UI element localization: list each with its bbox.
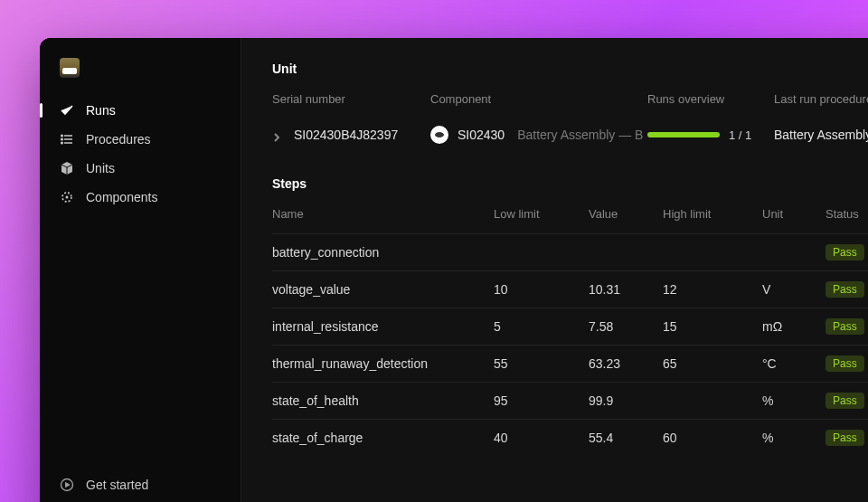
step-unit: % bbox=[762, 431, 826, 445]
col-header-last: Last run procedure bbox=[774, 92, 868, 106]
component-code: SI02430 bbox=[458, 128, 505, 142]
col-header-status: Status bbox=[826, 207, 868, 221]
col-header-high: High limit bbox=[663, 207, 762, 221]
col-header-runs: Runs overview bbox=[647, 92, 774, 106]
col-header-name: Name bbox=[272, 207, 494, 221]
runs-progress-bar bbox=[647, 132, 720, 137]
sidebar-item-units[interactable]: Units bbox=[40, 154, 241, 183]
status-badge: Pass bbox=[826, 355, 864, 372]
app-logo bbox=[60, 58, 80, 78]
step-status: Pass bbox=[826, 393, 868, 409]
check-icon bbox=[60, 103, 74, 118]
step-value: 55.4 bbox=[589, 431, 663, 445]
status-badge: Pass bbox=[826, 393, 864, 409]
step-status: Pass bbox=[826, 318, 868, 335]
status-badge: Pass bbox=[826, 281, 864, 298]
step-name: battery_connection bbox=[272, 245, 494, 260]
step-unit: °C bbox=[762, 356, 826, 371]
component-badge-icon bbox=[430, 126, 448, 144]
sidebar: Runs Procedures Units Components bbox=[40, 38, 241, 502]
status-badge: Pass bbox=[826, 244, 864, 260]
runs-count: 1 / 1 bbox=[729, 128, 751, 142]
step-row[interactable]: voltage_value1010.3112VPass bbox=[272, 270, 868, 308]
sidebar-item-label: Components bbox=[86, 190, 157, 204]
unit-section-title: Unit bbox=[272, 62, 868, 76]
sidebar-item-label: Units bbox=[86, 161, 115, 175]
step-high: 65 bbox=[663, 356, 762, 371]
step-row[interactable]: internal_resistance57.5815mΩPass bbox=[272, 308, 868, 345]
cube-icon bbox=[60, 161, 74, 175]
steps-table-body: battery_connectionPassvoltage_value1010.… bbox=[272, 233, 868, 456]
unit-table-row[interactable]: SI02430B4J82397 SI02430 Battery Assembly… bbox=[272, 126, 868, 144]
svg-marker-11 bbox=[66, 483, 71, 488]
sidebar-item-runs[interactable]: Runs bbox=[40, 96, 241, 125]
step-low: 5 bbox=[494, 319, 589, 334]
steps-section-title: Steps bbox=[272, 176, 868, 191]
svg-point-15 bbox=[435, 132, 444, 137]
step-high: 60 bbox=[663, 431, 762, 445]
step-row[interactable]: state_of_health9599.9%Pass bbox=[272, 382, 868, 419]
step-low: 95 bbox=[494, 393, 589, 408]
step-row[interactable]: thermal_runaway_detection5563.2365°CPass bbox=[272, 345, 868, 382]
svg-point-3 bbox=[61, 135, 63, 137]
list-icon bbox=[60, 132, 74, 147]
svg-point-4 bbox=[61, 138, 63, 140]
sidebar-item-label: Runs bbox=[86, 103, 116, 118]
step-name: thermal_runaway_detection bbox=[272, 356, 494, 371]
step-value: 99.9 bbox=[589, 393, 663, 408]
runs-cell: 1 / 1 bbox=[647, 128, 774, 142]
serial-cell: SI02430B4J82397 bbox=[272, 128, 430, 142]
sidebar-item-procedures[interactable]: Procedures bbox=[40, 125, 241, 154]
step-unit: mΩ bbox=[762, 319, 826, 334]
sidebar-item-label: Procedures bbox=[86, 132, 151, 147]
unit-table-header: Serial number Component Runs overview La… bbox=[272, 92, 868, 106]
step-value: 10.31 bbox=[589, 282, 663, 297]
step-unit: % bbox=[762, 393, 826, 408]
step-high: 15 bbox=[663, 319, 762, 334]
play-circle-icon bbox=[60, 478, 74, 492]
main-content: Unit Serial number Component Runs overvi… bbox=[241, 38, 868, 502]
svg-point-5 bbox=[61, 142, 63, 144]
component-desc: Battery Assembly — B bbox=[517, 128, 643, 142]
step-name: state_of_health bbox=[272, 393, 494, 408]
sidebar-get-started[interactable]: Get started bbox=[40, 470, 241, 499]
status-badge: Pass bbox=[826, 318, 864, 335]
step-value: 7.58 bbox=[589, 319, 663, 334]
step-name: internal_resistance bbox=[272, 319, 494, 334]
step-row[interactable]: state_of_charge4055.460%Pass bbox=[272, 419, 868, 456]
svg-point-9 bbox=[66, 196, 69, 199]
col-header-component: Component bbox=[430, 92, 647, 106]
col-header-value: Value bbox=[589, 207, 663, 221]
col-header-serial: Serial number bbox=[272, 92, 430, 106]
step-low: 10 bbox=[494, 282, 589, 297]
step-status: Pass bbox=[826, 281, 868, 298]
step-value: 63.23 bbox=[589, 356, 663, 371]
component-cell: SI02430 Battery Assembly — B bbox=[430, 126, 647, 144]
last-procedure: Battery Assembly bbox=[774, 128, 868, 142]
status-badge: Pass bbox=[826, 430, 864, 446]
col-header-unit: Unit bbox=[762, 207, 826, 221]
step-status: Pass bbox=[826, 355, 868, 372]
steps-section: Steps Name Low limit Value High limit Un… bbox=[272, 176, 868, 456]
steps-table-header: Name Low limit Value High limit Unit Sta… bbox=[272, 207, 868, 233]
step-unit: V bbox=[762, 282, 826, 297]
app-window: Runs Procedures Units Components bbox=[40, 38, 868, 502]
step-status: Pass bbox=[826, 244, 868, 260]
step-low: 40 bbox=[494, 431, 589, 445]
step-status: Pass bbox=[826, 430, 868, 446]
serial-value: SI02430B4J82397 bbox=[294, 128, 398, 142]
sidebar-footer: Get started Invite people bbox=[40, 470, 241, 502]
sidebar-nav: Runs Procedures Units Components bbox=[40, 96, 241, 212]
step-high: 12 bbox=[663, 282, 762, 297]
step-low: 55 bbox=[494, 356, 589, 371]
step-name: state_of_charge bbox=[272, 431, 494, 445]
footer-item-label: Get started bbox=[86, 478, 148, 492]
col-header-low: Low limit bbox=[494, 207, 589, 221]
step-row[interactable]: battery_connectionPass bbox=[272, 233, 868, 270]
chevron-right-icon[interactable] bbox=[272, 130, 281, 139]
sidebar-item-components[interactable]: Components bbox=[40, 183, 241, 212]
target-icon bbox=[60, 190, 74, 204]
step-name: voltage_value bbox=[272, 282, 494, 297]
